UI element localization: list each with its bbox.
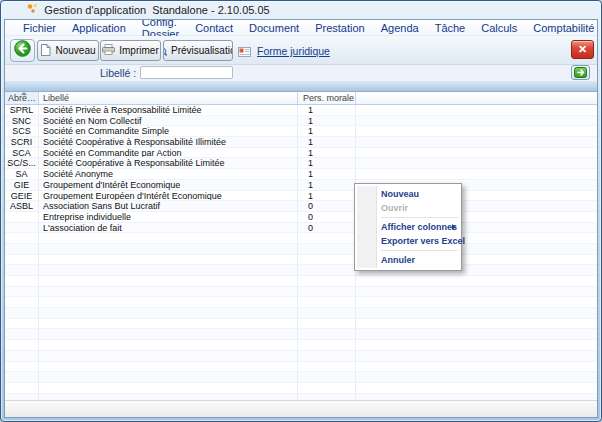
nouveau-button-label: Nouveau [55,45,95,56]
table-empty-row [5,383,597,394]
cell-libelle: Société Anonyme [39,169,298,179]
title-bar[interactable]: Gestion d'application Standalone - 2.10.… [0,0,602,19]
cell-libelle [39,244,298,254]
cell-pers-morale: 1 [298,148,356,158]
cell-abreviation [5,329,39,339]
filter-row: Libellé : [5,65,597,81]
table-row[interactable]: SASociété Anonyme1 [5,169,597,180]
cell-abreviation [5,372,39,382]
form-card-icon [238,44,251,62]
menu-item-comptabilite[interactable]: Comptabilité [525,22,598,34]
table-row[interactable]: SCSSociété en Commandite Simple1 [5,126,597,137]
cell-filler [356,116,597,126]
previsualisation-button[interactable]: Prévisualisation [163,40,233,61]
cell-pers-morale [298,276,356,286]
printer-icon [102,44,115,57]
column-header-filler [356,92,597,104]
cell-pers-morale: 1 [298,169,356,179]
cell-abreviation: SPRL [5,105,39,115]
column-header-libelle[interactable]: Libellé [39,92,298,104]
table-row[interactable]: SPRLSociété Privée à Responsabilité Limi… [5,105,597,116]
libelle-filter-input[interactable] [140,66,233,79]
table-empty-row [5,265,597,276]
menu-item-application[interactable]: Application [64,22,134,34]
table-empty-row [5,340,597,351]
menu-item-fichier[interactable]: Fichier [15,22,64,34]
nouveau-button[interactable]: Nouveau [37,40,99,61]
cell-libelle: Société en Commandite par Action [39,148,298,158]
menu-item-tache[interactable]: Tâche [427,22,474,34]
table-row[interactable]: SCRISociété Coopérative à Responsabilité… [5,137,597,148]
table-empty-row [5,297,597,308]
context-menu-separator [381,217,458,218]
cell-pers-morale [298,244,356,254]
cell-abreviation: SC/S... [5,158,39,168]
close-button[interactable]: ✕ [571,40,594,59]
context-menu-item-nouveau[interactable]: Nouveau [355,187,461,201]
menubar: FichierApplicationConfig. DossierContact… [5,20,597,36]
cell-abreviation [5,351,39,361]
cell-filler [356,297,597,307]
menu-item-contact[interactable]: Contact [187,22,241,34]
cell-libelle [39,287,298,297]
table-empty-row [5,244,597,255]
libelle-filter-label: Libellé : [100,67,136,79]
table-row[interactable]: GIEGroupement d'Intérêt Economique1 [5,180,597,191]
cell-libelle: Entreprise individuelle [39,212,298,222]
table-row[interactable]: Entreprise individuelle0 [5,212,597,223]
column-header-abreviation[interactable]: Abréviat... [5,92,39,104]
cell-filler [356,308,597,318]
submenu-arrow-icon [452,224,456,230]
table-row[interactable]: L'association de fait0 [5,223,597,234]
back-button[interactable] [10,39,35,62]
cell-abreviation [5,276,39,286]
table-row[interactable]: SCASociété en Commandite par Action1 [5,148,597,159]
context-menu-item-exporter-vers-excel[interactable]: Exporter vers Excel [355,234,461,248]
cell-libelle: Société Coopérative à Responsabilité Lim… [39,158,298,168]
grid-body: SPRLSociété Privée à Responsabilité Limi… [5,105,597,404]
cell-pers-morale: 1 [298,126,356,136]
cell-abreviation: SCRI [5,137,39,147]
cell-pers-morale: 0 [298,201,356,211]
forme-juridique-link[interactable]: Forme juridique [257,45,330,57]
imprimer-button-label: Imprimer [119,45,158,56]
context-menu-item-afficher-colonnes[interactable]: Afficher colonnes [355,220,461,234]
table-row[interactable]: GEIEGroupement Européen d'Intérêt Econom… [5,191,597,202]
cell-abreviation [5,255,39,265]
cell-filler [356,148,597,158]
cell-pers-morale [298,319,356,329]
table-row[interactable]: ASBLAssociation Sans But Lucratif0 [5,201,597,212]
table-row[interactable]: SC/S...Société Coopérative à Responsabil… [5,158,597,169]
apply-filter-button[interactable] [571,65,590,80]
close-x-icon: ✕ [578,43,587,55]
table-header: Abréviat... Libellé Pers. morale ? [5,92,597,105]
cell-pers-morale: 1 [298,137,356,147]
menu-item-calculs[interactable]: Calculs [473,22,525,34]
cell-abreviation [5,287,39,297]
menu-item-agenda[interactable]: Agenda [373,22,427,34]
cell-libelle [39,297,298,307]
cell-libelle [39,276,298,286]
cell-filler [356,340,597,350]
context-menu: NouveauOuvrirAfficher colonnesExporter v… [354,183,462,271]
cell-pers-morale: 0 [298,212,356,222]
cell-abreviation [5,308,39,318]
menu-item-prestation[interactable]: Prestation [307,22,373,34]
cell-libelle [39,308,298,318]
sort-ascending-icon [21,92,27,95]
menu-item-document[interactable]: Document [241,22,307,34]
table-empty-row [5,329,597,340]
cell-filler [356,169,597,179]
context-menu-item-annuler[interactable]: Annuler [355,253,461,267]
table-row[interactable]: SNCSociété en Nom Collectif1 [5,116,597,127]
column-header-pers-morale[interactable]: Pers. morale ? [298,92,356,104]
imprimer-button[interactable]: Imprimer [100,40,161,61]
table-empty-row [5,308,597,319]
context-menu-item-label: Exporter vers Excel [381,236,465,246]
client-area: FichierApplicationConfig. DossierContact… [4,19,598,418]
cell-abreviation [5,223,39,233]
cell-libelle: Société en Commandite Simple [39,126,298,136]
context-menu-separator [381,250,458,251]
cell-abreviation: SCS [5,126,39,136]
cell-abreviation [5,297,39,307]
